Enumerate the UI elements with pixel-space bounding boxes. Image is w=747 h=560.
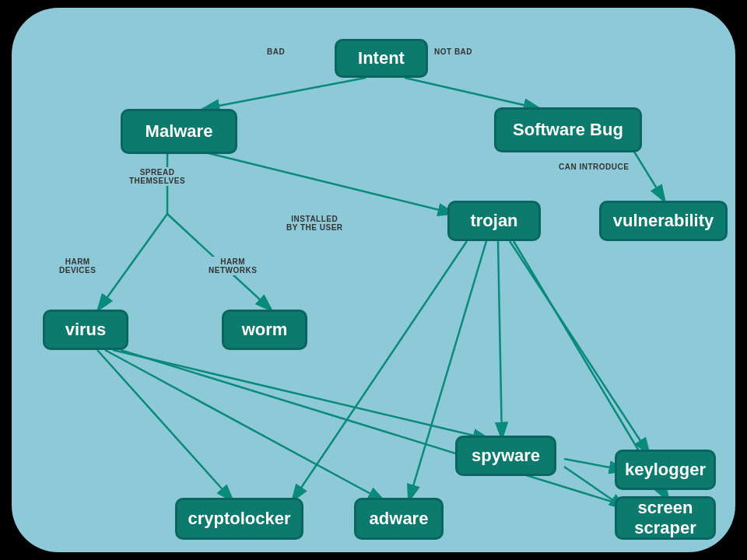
- svg-line-15: [113, 350, 490, 439]
- svg-line-1: [202, 78, 366, 109]
- worm-node: worm: [222, 310, 307, 350]
- svg-line-16: [121, 350, 650, 513]
- diagram-container: BAD NOT BAD SPREAD THEMSELVES INSTALLED …: [12, 8, 735, 552]
- screen-scraper-node: screen scraper: [615, 496, 716, 540]
- harm-devices-label: HARM DEVICES: [57, 257, 98, 275]
- svg-line-6: [202, 152, 455, 214]
- virus-node: virus: [43, 310, 128, 350]
- not-bad-label: NOT BAD: [432, 47, 475, 57]
- vulnerability-node: vulnerability: [599, 201, 728, 241]
- svg-line-11: [510, 241, 650, 455]
- can-introduce-label: CAN INTRODUCE: [556, 162, 631, 172]
- svg-line-10: [292, 241, 467, 502]
- spyware-node: spyware: [455, 436, 556, 476]
- svg-line-8: [498, 241, 502, 439]
- svg-line-7: [634, 152, 665, 202]
- cryptolocker-node: cryptolocker: [175, 498, 303, 540]
- harm-networks-label: HARM NETWORKS: [206, 257, 259, 275]
- svg-line-2: [405, 78, 541, 109]
- intent-node: Intent: [335, 39, 428, 78]
- installed-by-user-label: INSTALLED BY THE USER: [284, 214, 345, 233]
- software-bug-node: Software Bug: [494, 107, 642, 152]
- malware-node: Malware: [121, 109, 237, 154]
- adware-node: adware: [354, 498, 444, 540]
- svg-line-4: [97, 214, 167, 311]
- trojan-node: trojan: [447, 201, 541, 241]
- bad-label: BAD: [265, 47, 287, 57]
- keylogger-node: keylogger: [615, 450, 716, 490]
- spread-themselves-label: SPREAD THEMSELVES: [127, 167, 188, 186]
